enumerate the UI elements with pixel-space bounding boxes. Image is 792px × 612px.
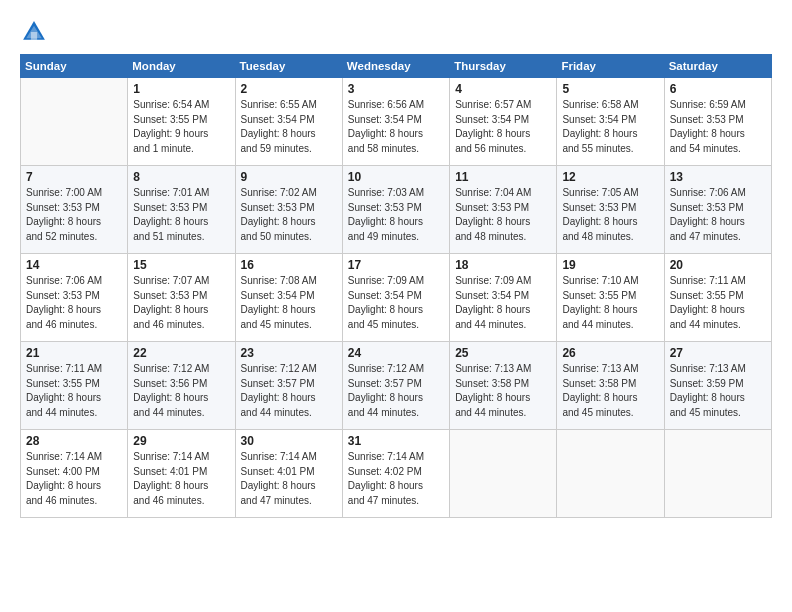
calendar-table: SundayMondayTuesdayWednesdayThursdayFrid… — [20, 54, 772, 518]
calendar-empty-cell — [450, 430, 557, 518]
calendar-day-cell: 12Sunrise: 7:05 AMSunset: 3:53 PMDayligh… — [557, 166, 664, 254]
calendar-empty-cell — [664, 430, 771, 518]
day-number: 29 — [133, 434, 229, 448]
calendar-day-cell: 2Sunrise: 6:55 AMSunset: 3:54 PMDaylight… — [235, 78, 342, 166]
calendar-day-cell: 30Sunrise: 7:14 AMSunset: 4:01 PMDayligh… — [235, 430, 342, 518]
logo-icon — [20, 18, 48, 46]
calendar-day-cell: 7Sunrise: 7:00 AMSunset: 3:53 PMDaylight… — [21, 166, 128, 254]
day-number: 11 — [455, 170, 551, 184]
day-info: Sunrise: 7:13 AMSunset: 3:58 PMDaylight:… — [455, 362, 551, 420]
day-info: Sunrise: 7:04 AMSunset: 3:53 PMDaylight:… — [455, 186, 551, 244]
day-number: 14 — [26, 258, 122, 272]
day-info: Sunrise: 7:07 AMSunset: 3:53 PMDaylight:… — [133, 274, 229, 332]
day-number: 3 — [348, 82, 444, 96]
day-number: 17 — [348, 258, 444, 272]
day-info: Sunrise: 7:09 AMSunset: 3:54 PMDaylight:… — [348, 274, 444, 332]
logo — [20, 18, 52, 46]
day-number: 25 — [455, 346, 551, 360]
calendar-day-cell: 9Sunrise: 7:02 AMSunset: 3:53 PMDaylight… — [235, 166, 342, 254]
day-info: Sunrise: 7:14 AMSunset: 4:02 PMDaylight:… — [348, 450, 444, 508]
calendar-day-cell: 31Sunrise: 7:14 AMSunset: 4:02 PMDayligh… — [342, 430, 449, 518]
day-number: 27 — [670, 346, 766, 360]
calendar-day-cell: 24Sunrise: 7:12 AMSunset: 3:57 PMDayligh… — [342, 342, 449, 430]
day-info: Sunrise: 6:55 AMSunset: 3:54 PMDaylight:… — [241, 98, 337, 156]
calendar-week-row: 14Sunrise: 7:06 AMSunset: 3:53 PMDayligh… — [21, 254, 772, 342]
day-number: 15 — [133, 258, 229, 272]
day-number: 30 — [241, 434, 337, 448]
day-number: 26 — [562, 346, 658, 360]
calendar-week-row: 7Sunrise: 7:00 AMSunset: 3:53 PMDaylight… — [21, 166, 772, 254]
day-number: 10 — [348, 170, 444, 184]
calendar-day-cell: 19Sunrise: 7:10 AMSunset: 3:55 PMDayligh… — [557, 254, 664, 342]
day-number: 9 — [241, 170, 337, 184]
day-number: 4 — [455, 82, 551, 96]
calendar-day-cell: 15Sunrise: 7:07 AMSunset: 3:53 PMDayligh… — [128, 254, 235, 342]
calendar-week-row: 28Sunrise: 7:14 AMSunset: 4:00 PMDayligh… — [21, 430, 772, 518]
calendar-day-cell: 27Sunrise: 7:13 AMSunset: 3:59 PMDayligh… — [664, 342, 771, 430]
day-number: 13 — [670, 170, 766, 184]
calendar-day-cell: 8Sunrise: 7:01 AMSunset: 3:53 PMDaylight… — [128, 166, 235, 254]
day-number: 8 — [133, 170, 229, 184]
day-number: 7 — [26, 170, 122, 184]
day-number: 23 — [241, 346, 337, 360]
day-info: Sunrise: 7:12 AMSunset: 3:56 PMDaylight:… — [133, 362, 229, 420]
weekday-header-thursday: Thursday — [450, 55, 557, 78]
calendar-day-cell: 18Sunrise: 7:09 AMSunset: 3:54 PMDayligh… — [450, 254, 557, 342]
day-info: Sunrise: 7:12 AMSunset: 3:57 PMDaylight:… — [241, 362, 337, 420]
day-info: Sunrise: 7:11 AMSunset: 3:55 PMDaylight:… — [670, 274, 766, 332]
calendar-day-cell: 20Sunrise: 7:11 AMSunset: 3:55 PMDayligh… — [664, 254, 771, 342]
day-info: Sunrise: 6:57 AMSunset: 3:54 PMDaylight:… — [455, 98, 551, 156]
day-info: Sunrise: 7:02 AMSunset: 3:53 PMDaylight:… — [241, 186, 337, 244]
day-info: Sunrise: 7:13 AMSunset: 3:58 PMDaylight:… — [562, 362, 658, 420]
page-header — [20, 18, 772, 46]
calendar-day-cell: 11Sunrise: 7:04 AMSunset: 3:53 PMDayligh… — [450, 166, 557, 254]
calendar-day-cell: 26Sunrise: 7:13 AMSunset: 3:58 PMDayligh… — [557, 342, 664, 430]
day-info: Sunrise: 6:54 AMSunset: 3:55 PMDaylight:… — [133, 98, 229, 156]
day-info: Sunrise: 7:13 AMSunset: 3:59 PMDaylight:… — [670, 362, 766, 420]
day-number: 28 — [26, 434, 122, 448]
calendar-day-cell: 14Sunrise: 7:06 AMSunset: 3:53 PMDayligh… — [21, 254, 128, 342]
day-info: Sunrise: 7:05 AMSunset: 3:53 PMDaylight:… — [562, 186, 658, 244]
day-info: Sunrise: 7:01 AMSunset: 3:53 PMDaylight:… — [133, 186, 229, 244]
day-info: Sunrise: 7:06 AMSunset: 3:53 PMDaylight:… — [26, 274, 122, 332]
calendar-day-cell: 5Sunrise: 6:58 AMSunset: 3:54 PMDaylight… — [557, 78, 664, 166]
day-info: Sunrise: 7:11 AMSunset: 3:55 PMDaylight:… — [26, 362, 122, 420]
weekday-header-sunday: Sunday — [21, 55, 128, 78]
day-info: Sunrise: 7:14 AMSunset: 4:00 PMDaylight:… — [26, 450, 122, 508]
day-number: 20 — [670, 258, 766, 272]
calendar-empty-cell — [21, 78, 128, 166]
calendar-week-row: 21Sunrise: 7:11 AMSunset: 3:55 PMDayligh… — [21, 342, 772, 430]
day-number: 18 — [455, 258, 551, 272]
day-number: 12 — [562, 170, 658, 184]
calendar-day-cell: 3Sunrise: 6:56 AMSunset: 3:54 PMDaylight… — [342, 78, 449, 166]
day-info: Sunrise: 7:14 AMSunset: 4:01 PMDaylight:… — [133, 450, 229, 508]
weekday-header-saturday: Saturday — [664, 55, 771, 78]
day-info: Sunrise: 7:03 AMSunset: 3:53 PMDaylight:… — [348, 186, 444, 244]
day-info: Sunrise: 7:06 AMSunset: 3:53 PMDaylight:… — [670, 186, 766, 244]
weekday-header-monday: Monday — [128, 55, 235, 78]
calendar-day-cell: 4Sunrise: 6:57 AMSunset: 3:54 PMDaylight… — [450, 78, 557, 166]
calendar-day-cell: 22Sunrise: 7:12 AMSunset: 3:56 PMDayligh… — [128, 342, 235, 430]
day-number: 21 — [26, 346, 122, 360]
calendar-day-cell: 23Sunrise: 7:12 AMSunset: 3:57 PMDayligh… — [235, 342, 342, 430]
calendar-day-cell: 25Sunrise: 7:13 AMSunset: 3:58 PMDayligh… — [450, 342, 557, 430]
calendar-day-cell: 6Sunrise: 6:59 AMSunset: 3:53 PMDaylight… — [664, 78, 771, 166]
day-number: 2 — [241, 82, 337, 96]
weekday-header-wednesday: Wednesday — [342, 55, 449, 78]
day-number: 1 — [133, 82, 229, 96]
calendar-week-row: 1Sunrise: 6:54 AMSunset: 3:55 PMDaylight… — [21, 78, 772, 166]
day-info: Sunrise: 7:14 AMSunset: 4:01 PMDaylight:… — [241, 450, 337, 508]
weekday-header-tuesday: Tuesday — [235, 55, 342, 78]
calendar-day-cell: 21Sunrise: 7:11 AMSunset: 3:55 PMDayligh… — [21, 342, 128, 430]
day-number: 22 — [133, 346, 229, 360]
day-number: 6 — [670, 82, 766, 96]
day-info: Sunrise: 7:10 AMSunset: 3:55 PMDaylight:… — [562, 274, 658, 332]
calendar-day-cell: 13Sunrise: 7:06 AMSunset: 3:53 PMDayligh… — [664, 166, 771, 254]
day-info: Sunrise: 6:58 AMSunset: 3:54 PMDaylight:… — [562, 98, 658, 156]
day-number: 16 — [241, 258, 337, 272]
calendar-header-row: SundayMondayTuesdayWednesdayThursdayFrid… — [21, 55, 772, 78]
day-number: 31 — [348, 434, 444, 448]
day-number: 19 — [562, 258, 658, 272]
calendar-day-cell: 16Sunrise: 7:08 AMSunset: 3:54 PMDayligh… — [235, 254, 342, 342]
day-info: Sunrise: 7:09 AMSunset: 3:54 PMDaylight:… — [455, 274, 551, 332]
